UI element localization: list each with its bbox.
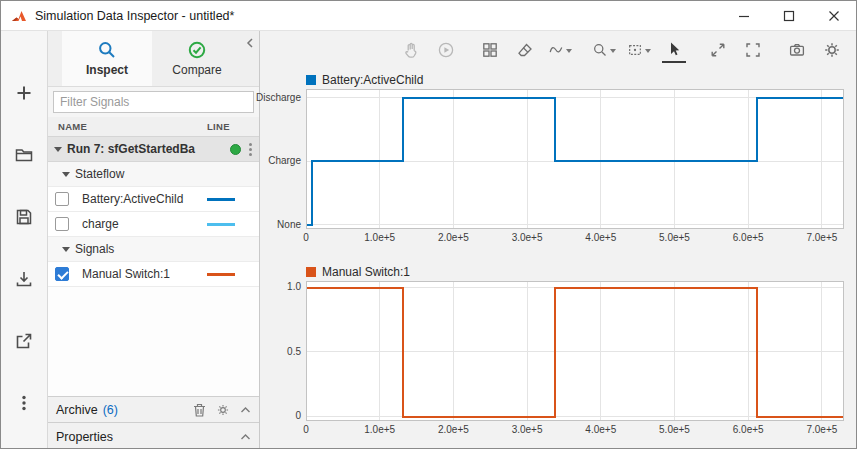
save-button[interactable] <box>6 199 42 235</box>
settings-gear-icon[interactable] <box>820 37 844 63</box>
filter-container <box>48 87 259 117</box>
x-axis-labels: 01.0e+52.0e+53.0e+54.0e+55.0e+56.0e+57.0… <box>306 229 844 245</box>
x-tick-label: 2.0e+5 <box>438 232 469 243</box>
signal-line-swatch <box>207 198 235 201</box>
properties-collapse-chevron-icon[interactable] <box>240 433 251 441</box>
run-row[interactable]: Run 7: sfGetStartedBa <box>48 137 259 162</box>
column-header-name: NAME <box>48 121 207 132</box>
signal-line-swatch <box>207 273 235 276</box>
fit-to-view-icon[interactable] <box>627 37 651 63</box>
subplot-layout-icon[interactable] <box>478 37 502 63</box>
replay-icon[interactable] <box>434 37 458 63</box>
x-tick-label: 1.0e+5 <box>364 232 395 243</box>
side-toolbar <box>1 31 48 449</box>
expand-axes-icon[interactable] <box>706 37 730 63</box>
chart-canvas[interactable] <box>306 89 844 229</box>
plot-pane: Battery:ActiveChild NoneChargeDischarge … <box>260 31 856 449</box>
signal-panel: Inspect Compare NAME LINE <box>48 31 260 449</box>
signal-row-manual-switch[interactable]: Manual Switch:1 <box>48 262 259 287</box>
y-tick-label: None <box>277 219 301 230</box>
plot-toolbar <box>260 31 856 69</box>
signal-line-swatch <box>207 223 235 226</box>
run-label: Run 7: sfGetStartedBa <box>67 142 230 156</box>
y-tick-label: 1.0 <box>287 281 301 292</box>
legend-swatch <box>306 267 316 277</box>
x-tick-label: 1.0e+5 <box>364 424 395 435</box>
pointer-cursor-icon[interactable] <box>662 37 686 63</box>
archive-settings-gear-icon[interactable] <box>216 403 230 417</box>
signal-checkbox[interactable] <box>55 192 69 206</box>
collapse-caret-icon[interactable] <box>62 247 70 252</box>
chart-block-manual-switch: Manual Switch:1 00.51.0 01.0e+52.0e+53.0… <box>306 263 844 437</box>
signal-label: Manual Switch:1 <box>82 267 207 281</box>
x-tick-label: 4.0e+5 <box>585 424 616 435</box>
column-header-line: LINE <box>207 121 259 132</box>
x-tick-label: 6.0e+5 <box>733 424 764 435</box>
chart-canvas[interactable] <box>306 281 844 421</box>
tab-inspect-label: Inspect <box>86 63 128 77</box>
delete-archive-button[interactable] <box>193 403 206 417</box>
x-tick-label: 3.0e+5 <box>512 232 543 243</box>
signal-row-battery-activechild[interactable]: Battery:ActiveChild <box>48 187 259 212</box>
app-window: Simulation Data Inspector - untitled* <box>0 0 857 449</box>
add-run-button[interactable] <box>6 75 42 111</box>
x-tick-label: 7.0e+5 <box>806 424 837 435</box>
tab-compare[interactable]: Compare <box>152 31 242 86</box>
x-tick-label: 6.0e+5 <box>733 232 764 243</box>
collapse-caret-icon[interactable] <box>54 147 62 152</box>
chart-legend: Battery:ActiveChild <box>306 71 844 89</box>
x-tick-label: 4.0e+5 <box>585 232 616 243</box>
chart-block-battery: Battery:ActiveChild NoneChargeDischarge … <box>306 71 844 245</box>
x-tick-label: 5.0e+5 <box>659 232 690 243</box>
compare-check-icon <box>187 40 207 60</box>
archive-label: Archive <box>56 403 98 417</box>
y-axis-labels: 00.51.0 <box>260 281 301 421</box>
open-folder-button[interactable] <box>6 137 42 173</box>
tab-inspect[interactable]: Inspect <box>62 31 152 86</box>
pan-hand-icon[interactable] <box>399 37 423 63</box>
legend-swatch <box>306 75 316 85</box>
x-tick-label: 2.0e+5 <box>438 424 469 435</box>
group-row-signals[interactable]: Signals <box>48 237 259 262</box>
legend-label: Battery:ActiveChild <box>322 73 423 87</box>
chart-legend: Manual Switch:1 <box>306 263 844 281</box>
battery-plot[interactable]: NoneChargeDischarge <box>306 89 844 229</box>
fullscreen-icon[interactable] <box>741 37 765 63</box>
import-button[interactable] <box>6 261 42 297</box>
maximize-button[interactable] <box>766 1 811 30</box>
x-axis-labels: 01.0e+52.0e+53.0e+54.0e+55.0e+56.0e+57.0… <box>306 421 844 437</box>
signal-checkbox[interactable] <box>55 267 69 281</box>
collapse-caret-icon[interactable] <box>62 172 70 177</box>
tree-empty-space <box>48 287 259 396</box>
signal-style-icon[interactable] <box>548 37 572 63</box>
group-row-stateflow[interactable]: Stateflow <box>48 162 259 187</box>
inspect-magnifier-icon <box>97 40 117 60</box>
y-axis-labels: NoneChargeDischarge <box>260 89 301 229</box>
archive-bar[interactable]: Archive (6) <box>48 396 259 422</box>
clear-plots-eraser-icon[interactable] <box>513 37 537 63</box>
export-button[interactable] <box>6 323 42 359</box>
properties-bar[interactable]: Properties <box>48 422 259 449</box>
filter-signals-input[interactable] <box>53 91 254 113</box>
archive-collapse-chevron-icon[interactable] <box>240 406 251 414</box>
x-tick-label: 0 <box>303 232 309 243</box>
minimize-button[interactable] <box>721 1 766 30</box>
manual-switch-plot[interactable]: 00.51.0 <box>306 281 844 421</box>
archive-count: (6) <box>103 403 118 417</box>
collapse-panel-button[interactable] <box>243 35 257 54</box>
tab-compare-label: Compare <box>172 63 221 77</box>
window-controls <box>721 1 856 30</box>
snapshot-camera-icon[interactable] <box>785 37 809 63</box>
tree-header: NAME LINE <box>48 117 259 137</box>
close-button[interactable] <box>811 1 856 30</box>
signal-label: Battery:ActiveChild <box>82 192 207 206</box>
properties-label: Properties <box>56 430 113 444</box>
x-tick-label: 5.0e+5 <box>659 424 690 435</box>
run-options-kebab-icon[interactable] <box>246 143 259 156</box>
window-title: Simulation Data Inspector - untitled* <box>35 9 234 23</box>
x-tick-label: 7.0e+5 <box>806 232 837 243</box>
zoom-icon[interactable] <box>592 37 616 63</box>
signal-row-charge[interactable]: charge <box>48 212 259 237</box>
signal-checkbox[interactable] <box>55 217 69 231</box>
more-options-button[interactable] <box>6 385 42 421</box>
